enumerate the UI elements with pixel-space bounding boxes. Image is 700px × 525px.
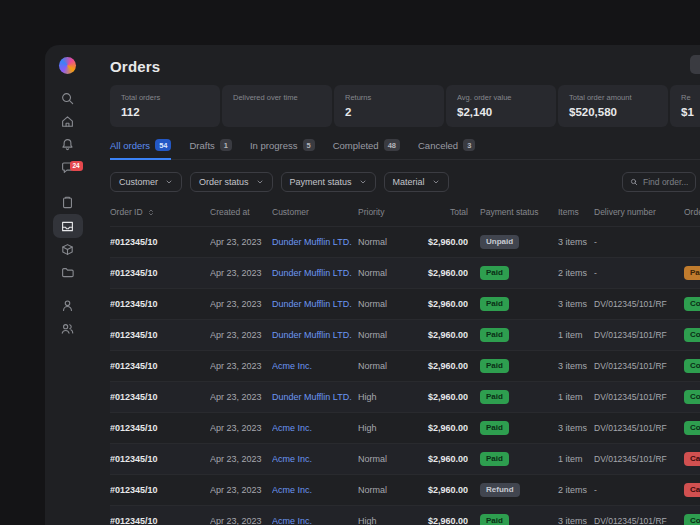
order-id-cell: #012345/10 (110, 392, 210, 402)
tab-label: Canceled (418, 140, 458, 151)
dropdown-label: Material (393, 177, 425, 187)
sidebar-item-team[interactable] (53, 317, 83, 340)
stat-card-total-orders: Total orders 112 (110, 85, 220, 127)
order-search-box[interactable] (622, 172, 696, 192)
created-at-cell: Apr 23, 2023 (210, 330, 272, 340)
sidebar-item-notifications[interactable] (53, 133, 83, 156)
table-row[interactable]: #012345/10 Apr 23, 2023 Dunder Mufflin L… (110, 381, 700, 412)
customer-link[interactable]: Dunder Mufflin LTD. (272, 299, 352, 309)
priority-cell: Normal (358, 268, 406, 278)
tab-drafts[interactable]: Drafts 1 (189, 135, 232, 160)
customer-link[interactable]: Dunder Mufflin LTD. (272, 330, 352, 340)
column-customer[interactable]: Customer (272, 207, 358, 217)
dropdown-label: Order status (199, 177, 249, 187)
delivery-number-cell: DV/012345/101/RF (594, 454, 684, 464)
stat-label: Delivered over time (233, 93, 321, 102)
table-row[interactable]: #012345/10 Apr 23, 2023 Acme Inc. Normal… (110, 474, 700, 505)
column-total[interactable]: Total (406, 207, 468, 217)
unread-count-badge: 24 (70, 161, 83, 171)
priority-cell: High (358, 516, 406, 525)
customer-link[interactable]: Dunder Mufflin LTD. (272, 392, 352, 402)
stat-card-clipped: Re $1 (670, 85, 700, 127)
table-body: #012345/10 Apr 23, 2023 Dunder Mufflin L… (110, 226, 700, 525)
tab-canceled[interactable]: Canceled 3 (418, 135, 475, 160)
items-cell: 1 item (544, 454, 594, 464)
sidebar-item-products[interactable] (53, 238, 83, 261)
user-icon (60, 298, 75, 313)
customer-filter-dropdown[interactable]: Customer (110, 172, 182, 192)
payment-status-badge: Paid (480, 359, 509, 374)
column-created-at[interactable]: Created at (210, 207, 272, 217)
delivery-number-cell: - (594, 485, 684, 495)
customer-cell: Dunder Mufflin LTD. (272, 268, 358, 278)
created-at-cell: Apr 23, 2023 (210, 485, 272, 495)
order-status-badge: Canceled (684, 483, 700, 498)
tab-in-progress[interactable]: In progress 5 (250, 135, 315, 160)
order-status-filter-dropdown[interactable]: Order status (190, 172, 273, 192)
stat-value: $1 (681, 106, 700, 119)
payment-status-cell: Paid (468, 297, 544, 312)
search-input[interactable] (643, 177, 688, 187)
order-status-badge: Completed (684, 297, 700, 312)
column-order-id[interactable]: Order ID (110, 207, 210, 217)
app-logo[interactable] (59, 57, 76, 74)
table-row[interactable]: #012345/10 Apr 23, 2023 Acme Inc. High $… (110, 505, 700, 525)
table-header: Order ID Created at Customer Priority To… (110, 204, 700, 226)
total-cell: $2,960.00 (406, 454, 468, 464)
users-icon (60, 321, 75, 336)
sidebar-item-messages[interactable]: 24 (53, 156, 83, 179)
material-filter-dropdown[interactable]: Material (384, 172, 449, 192)
table-row[interactable]: #012345/10 Apr 23, 2023 Acme Inc. Normal… (110, 443, 700, 474)
order-id-cell: #012345/10 (110, 299, 210, 309)
priority-cell: Normal (358, 454, 406, 464)
header-action-button[interactable] (690, 55, 700, 74)
priority-cell: Normal (358, 237, 406, 247)
table-row[interactable]: #012345/10 Apr 23, 2023 Acme Inc. High $… (110, 412, 700, 443)
order-id-cell: #012345/10 (110, 237, 210, 247)
column-priority[interactable]: Priority (358, 207, 406, 217)
table-row[interactable]: #012345/10 Apr 23, 2023 Dunder Mufflin L… (110, 257, 700, 288)
customer-link[interactable]: Acme Inc. (272, 423, 312, 433)
sidebar-item-orders[interactable] (53, 214, 83, 238)
table-row[interactable]: #012345/10 Apr 23, 2023 Dunder Mufflin L… (110, 319, 700, 350)
tab-count-badge: 3 (463, 139, 475, 151)
order-id-cell: #012345/10 (110, 485, 210, 495)
order-status-cell: Completed (684, 328, 700, 343)
delivery-number-cell: DV/012345/101/RF (594, 361, 684, 371)
customer-link[interactable]: Acme Inc. (272, 361, 312, 371)
payment-status-cell: Paid (468, 359, 544, 374)
customer-link[interactable]: Acme Inc. (272, 485, 312, 495)
dropdown-label: Customer (119, 177, 158, 187)
sidebar-item-files[interactable] (53, 261, 83, 284)
customer-link[interactable]: Dunder Mufflin LTD. (272, 268, 352, 278)
tab-completed[interactable]: Completed 48 (333, 135, 400, 160)
tab-all-orders[interactable]: All orders 54 (110, 135, 171, 160)
total-cell: $2,960.00 (406, 299, 468, 309)
delivery-number-cell: DV/012345/101/RF (594, 299, 684, 309)
customer-link[interactable]: Acme Inc. (272, 454, 312, 464)
table-row[interactable]: #012345/10 Apr 23, 2023 Dunder Mufflin L… (110, 226, 700, 257)
created-at-cell: Apr 23, 2023 (210, 516, 272, 525)
column-items[interactable]: Items (544, 207, 594, 217)
payment-status-cell: Unpaid (468, 235, 544, 250)
table-row[interactable]: #012345/10 Apr 23, 2023 Acme Inc. Normal… (110, 350, 700, 381)
sidebar-item-search[interactable] (53, 87, 83, 110)
payment-status-filter-dropdown[interactable]: Payment status (281, 172, 376, 192)
items-cell: 2 items (544, 268, 594, 278)
column-order-status[interactable]: Order status (684, 207, 700, 217)
chevron-down-icon (359, 178, 367, 186)
customer-link[interactable]: Acme Inc. (272, 516, 312, 525)
items-cell: 3 items (544, 423, 594, 433)
delivery-number-cell: - (594, 237, 684, 247)
delivery-number-cell: - (594, 268, 684, 278)
priority-cell: Normal (358, 330, 406, 340)
sidebar-item-home[interactable] (53, 110, 83, 133)
column-payment-status[interactable]: Payment status (468, 207, 544, 217)
orders-table: Order ID Created at Customer Priority To… (110, 204, 700, 525)
sidebar-item-tasks[interactable] (53, 191, 83, 214)
customer-cell: Dunder Mufflin LTD. (272, 237, 358, 247)
column-delivery-number[interactable]: Delivery number (594, 207, 684, 217)
customer-link[interactable]: Dunder Mufflin LTD. (272, 237, 352, 247)
table-row[interactable]: #012345/10 Apr 23, 2023 Dunder Mufflin L… (110, 288, 700, 319)
sidebar-item-account[interactable] (53, 294, 83, 317)
